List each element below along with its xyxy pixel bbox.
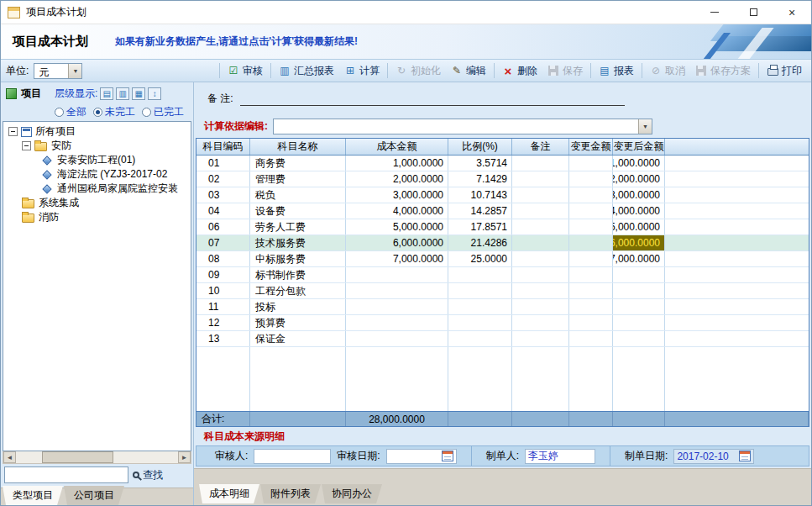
cell-note[interactable]: [512, 315, 569, 330]
cell-after[interactable]: [613, 267, 665, 282]
cell-amount[interactable]: [346, 267, 448, 282]
col-header-ratio[interactable]: 比例(%): [448, 139, 512, 155]
tree-item-all-projects[interactable]: 所有项目: [5, 124, 191, 139]
calculate-button[interactable]: 计算: [340, 62, 384, 80]
table-row[interactable]: 11 投标: [196, 299, 809, 315]
tree-item-security[interactable]: 安防: [5, 139, 191, 153]
collapse-icon[interactable]: [22, 141, 31, 150]
cell-name[interactable]: 管理费: [250, 171, 346, 187]
cell-after[interactable]: [613, 299, 665, 314]
cell-ratio[interactable]: 10.7143: [448, 187, 512, 203]
table-row[interactable]: 02 管理费 2,000.0000 7.1429 2,000.0000: [196, 171, 809, 187]
col-header-code[interactable]: 科目编码: [196, 139, 250, 155]
cell-after[interactable]: 3,000.0000: [613, 187, 665, 203]
cell-note[interactable]: [512, 203, 569, 219]
auditor-field[interactable]: [254, 449, 331, 464]
cell-amount[interactable]: 5,000.0000: [346, 219, 448, 235]
table-row[interactable]: 13 保证金: [196, 331, 809, 347]
cell-after[interactable]: 1,000.0000: [613, 155, 665, 171]
table-row[interactable]: 06 劳务人工费 5,000.0000 17.8571 5,000.0000: [196, 219, 809, 235]
scrollbar-thumb[interactable]: [42, 451, 113, 463]
cell-ratio[interactable]: 17.8571: [448, 219, 512, 235]
cell-name[interactable]: 标书制作费: [250, 267, 346, 282]
scrollbar-track[interactable]: [16, 451, 178, 463]
col-header-name[interactable]: 科目名称: [250, 139, 346, 155]
scroll-right-icon[interactable]: ►: [178, 451, 191, 463]
cell-after[interactable]: [613, 315, 665, 330]
collapse-icon[interactable]: [8, 127, 18, 136]
summary-report-button[interactable]: 汇总报表: [275, 62, 338, 80]
cell-amount[interactable]: 7,000.0000: [346, 251, 448, 266]
cell-ratio[interactable]: 7.1429: [448, 171, 512, 187]
cell-change[interactable]: [569, 267, 613, 282]
cell-after[interactable]: [613, 331, 665, 346]
cell-ratio[interactable]: 14.2857: [448, 203, 512, 219]
cell-after[interactable]: [613, 283, 665, 298]
maximize-button[interactable]: [734, 1, 773, 24]
cell-ratio[interactable]: 3.5714: [448, 155, 512, 171]
table-row[interactable]: 01 商务费 1,000.0000 3.5714 1,000.0000: [196, 155, 809, 171]
sort-icon[interactable]: ↕: [148, 87, 161, 100]
level-view-2-icon[interactable]: ▥: [116, 87, 129, 100]
table-row[interactable]: 04 设备费 4,000.0000 14.2857 4,000.0000: [196, 203, 809, 219]
cell-amount[interactable]: 6,000.0000: [346, 235, 448, 250]
cell-name[interactable]: 预算费: [250, 315, 346, 330]
cell-code[interactable]: 10: [196, 283, 250, 298]
tree-item-antai-project[interactable]: 安泰安防工程(01): [5, 153, 191, 167]
scroll-left-icon[interactable]: ◄: [3, 451, 16, 463]
cell-amount[interactable]: [346, 299, 448, 314]
cell-change[interactable]: [569, 315, 613, 330]
cell-change[interactable]: [569, 219, 613, 235]
cell-note[interactable]: [512, 331, 569, 346]
tree-item-haidian-court[interactable]: 海淀法院 (YZJ3-2017-02: [5, 167, 191, 182]
cell-note[interactable]: [512, 171, 569, 187]
cell-note[interactable]: [512, 299, 569, 314]
search-input[interactable]: [4, 466, 128, 483]
cell-ratio[interactable]: 21.4286: [448, 235, 512, 250]
table-row[interactable]: 08 中标服务费 7,000.0000 25.0000 7,000.0000: [196, 251, 809, 267]
cell-code[interactable]: 03: [196, 187, 250, 203]
level-view-1-icon[interactable]: ▤: [100, 87, 113, 100]
cell-name[interactable]: 技术服务费: [250, 235, 346, 250]
cell-change[interactable]: [569, 299, 613, 314]
tree-item-fire[interactable]: 消防: [5, 210, 191, 224]
cell-amount[interactable]: [346, 315, 448, 330]
make-date-field[interactable]: 2017-02-10: [673, 449, 754, 464]
tree-item-tongzhou-tax[interactable]: 通州国税局家属院监控安装: [5, 182, 191, 196]
remark-field[interactable]: [240, 92, 625, 106]
cell-code[interactable]: 09: [196, 267, 250, 282]
tree-item-system-integration[interactable]: 系统集成: [5, 196, 191, 210]
cell-ratio[interactable]: [448, 283, 512, 298]
audit-button[interactable]: 审核: [223, 62, 267, 80]
cell-code[interactable]: 12: [196, 315, 250, 330]
table-row[interactable]: 09 标书制作费: [196, 267, 809, 283]
cell-after[interactable]: 7,000.0000: [613, 251, 665, 266]
cell-amount[interactable]: 1,000.0000: [346, 155, 448, 171]
tab-type-project[interactable]: 类型项目: [3, 486, 63, 505]
cell-after[interactable]: 5,000.0000: [613, 219, 665, 235]
cell-name[interactable]: 投标: [250, 299, 346, 314]
tab-collaboration[interactable]: 协同办公: [322, 484, 382, 503]
cell-name[interactable]: 工程分包款: [250, 283, 346, 298]
cell-code[interactable]: 06: [196, 219, 250, 235]
cell-name[interactable]: 保证金: [250, 331, 346, 346]
cell-note[interactable]: [512, 267, 569, 282]
cell-name[interactable]: 税负: [250, 187, 346, 203]
cell-change[interactable]: [569, 155, 613, 171]
filter-all[interactable]: 全部: [55, 105, 86, 119]
report-button[interactable]: 报表: [595, 62, 638, 80]
col-header-change[interactable]: 变更金额: [569, 139, 613, 155]
cell-name[interactable]: 商务费: [250, 155, 346, 171]
cell-change[interactable]: [569, 171, 613, 187]
cell-amount[interactable]: 3,000.0000: [346, 187, 448, 203]
cell-ratio[interactable]: [448, 267, 512, 282]
cell-note[interactable]: [512, 235, 569, 250]
horizontal-scrollbar[interactable]: ◄ ►: [3, 451, 191, 464]
table-row[interactable]: 10 工程分包款: [196, 283, 809, 299]
cell-amount[interactable]: [346, 283, 448, 298]
cell-change[interactable]: [569, 283, 613, 298]
cell-code[interactable]: 01: [196, 155, 250, 171]
cell-amount[interactable]: [346, 331, 448, 346]
chevron-down-icon[interactable]: ▼: [68, 64, 81, 78]
cell-ratio[interactable]: [448, 331, 512, 346]
